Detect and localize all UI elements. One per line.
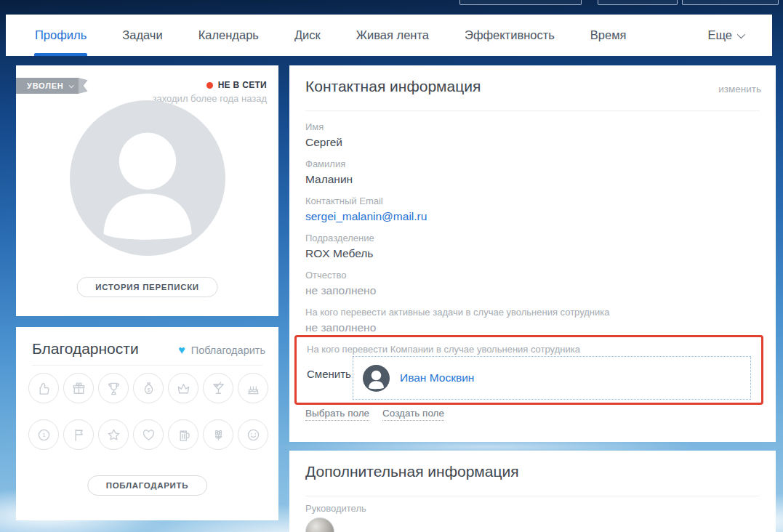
highlight-box-transfer-companies: На кого перевести Компании в случае увол… xyxy=(294,335,763,405)
person-silhouette-icon xyxy=(70,100,225,256)
field-first-name: Имя Сергей xyxy=(305,120,754,150)
field-label: Подразделение xyxy=(305,231,754,245)
gratitude-badge-row-2: 1 xyxy=(28,419,268,450)
presence-status: НЕ В СЕТИ xyxy=(206,80,267,90)
chat-history-button[interactable]: ИСТОРИЯ ПЕРЕПИСКИ xyxy=(76,277,218,297)
field-department: Подразделение ROX Мебель xyxy=(305,231,754,262)
contact-fields: Имя Сергей Фамилия Маланин Контактный Em… xyxy=(305,120,754,342)
profile-nav-bar: Профиль Задачи Календарь Диск Живая лент… xyxy=(6,15,772,56)
gratitude-card: Благодарности ♥ Поблагодарить $ 1 xyxy=(16,327,278,520)
header-cutoff-button-1[interactable] xyxy=(598,0,678,5)
additional-info-card: Дополнительная информация Руководитель xyxy=(289,451,776,532)
tab-feed[interactable]: Живая лента xyxy=(356,15,429,56)
edit-link[interactable]: изменить xyxy=(718,84,761,94)
money-bag-icon[interactable]: $ xyxy=(133,373,164,403)
tab-more[interactable]: Еще xyxy=(707,15,743,56)
offline-dot-icon xyxy=(206,82,213,89)
select-field-link[interactable]: Выбрать поле xyxy=(305,408,369,421)
contact-info-title: Контактная информация xyxy=(305,78,481,95)
divider xyxy=(305,110,760,111)
status-badge-label: УВОЛЕН xyxy=(27,81,64,90)
flag-icon[interactable] xyxy=(63,419,94,450)
divider xyxy=(32,365,262,366)
tab-tasks[interactable]: Задачи xyxy=(122,15,162,56)
field-middle-name: Отчество не заполнено xyxy=(305,268,754,299)
badge-ribbon-tail xyxy=(79,78,88,94)
svg-text:1: 1 xyxy=(42,432,45,438)
heart-icon: ♥ xyxy=(178,344,185,356)
field-last-name: Фамилия Маланин xyxy=(305,157,754,188)
star-icon[interactable] xyxy=(98,419,129,450)
thank-link-label: Поблагодарить xyxy=(191,344,265,356)
chevron-down-icon xyxy=(737,30,745,38)
field-label: На кого перевести Компании в случае увол… xyxy=(307,344,580,355)
last-seen-text: заходил более года назад xyxy=(153,93,267,104)
status-badge-fired[interactable]: УВОЛЕН xyxy=(16,78,79,94)
thumb-up-icon[interactable] xyxy=(28,373,59,403)
tab-calendar[interactable]: Календарь xyxy=(198,15,259,56)
contact-info-card: Контактная информация изменить Имя Серге… xyxy=(289,65,776,442)
cake-icon[interactable] xyxy=(238,373,268,403)
field-transfer-tasks: На кого перевести активные задачи в случ… xyxy=(305,305,754,336)
presence-label: НЕ В СЕТИ xyxy=(218,80,267,90)
beer-mug-icon[interactable] xyxy=(168,419,198,450)
profile-photo-card: УВОЛЕН НЕ В СЕТИ заходил более года наза… xyxy=(16,65,278,316)
field-value: ROX Мебель xyxy=(305,245,754,262)
medal-one-icon[interactable]: 1 xyxy=(28,419,59,450)
supervisor-label: Руководитель xyxy=(305,503,366,514)
tab-time[interactable]: Время xyxy=(590,15,627,56)
chevron-down-icon xyxy=(68,83,73,88)
tab-profile[interactable]: Профиль xyxy=(35,15,87,56)
user-avatar xyxy=(70,100,225,256)
field-label: Отчество xyxy=(305,268,754,282)
thank-link[interactable]: ♥ Поблагодарить xyxy=(178,344,265,356)
field-value: Сергей xyxy=(305,134,754,150)
user-select-field[interactable]: Иван Москвин xyxy=(353,356,751,400)
header-cutoff-button-2[interactable] xyxy=(682,0,779,5)
field-value: Маланин xyxy=(305,171,754,188)
field-email: Контактный Email sergei_malanin@mail.ru xyxy=(305,194,754,225)
tab-efficiency[interactable]: Эффективность xyxy=(465,15,555,56)
gratitude-badge-row-1: $ xyxy=(28,373,268,403)
tab-drive[interactable]: Диск xyxy=(294,15,321,56)
field-value-empty: не заполнено xyxy=(305,282,754,299)
user-chip-avatar xyxy=(363,365,390,392)
field-label: Фамилия xyxy=(305,157,754,171)
divider xyxy=(305,496,760,496)
additional-info-title: Дополнительная информация xyxy=(305,463,519,480)
field-label: Имя xyxy=(305,120,754,134)
field-label: На кого перевести активные задачи в случ… xyxy=(305,305,754,319)
supervisor-avatar xyxy=(305,517,334,532)
email-link[interactable]: sergei_malanin@mail.ru xyxy=(305,208,754,225)
smiley-icon[interactable] xyxy=(238,419,268,450)
person-silhouette-icon xyxy=(363,365,390,392)
field-label: Контактный Email xyxy=(305,194,754,208)
crown-icon[interactable] xyxy=(168,373,198,403)
cocktail-icon[interactable] xyxy=(203,373,233,403)
field-action-links: Выбрать поле Создать поле xyxy=(305,408,444,421)
header-cutoff-search-box[interactable] xyxy=(459,0,582,5)
tab-more-label: Еще xyxy=(707,28,732,42)
trophy-icon[interactable] xyxy=(98,373,129,403)
gratitude-title: Благодарности xyxy=(32,340,139,358)
flower-icon[interactable] xyxy=(203,419,233,450)
selected-user-link[interactable]: Иван Москвин xyxy=(400,371,474,384)
create-field-link[interactable]: Создать поле xyxy=(382,408,444,421)
heart-outline-icon[interactable] xyxy=(133,419,164,450)
field-value-empty: не заполнено xyxy=(305,319,754,336)
gift-icon[interactable] xyxy=(63,373,94,403)
thank-button[interactable]: ПОБЛАГОДАРИТЬ xyxy=(87,475,208,496)
change-user-link[interactable]: Сменить xyxy=(307,368,351,380)
svg-text:$: $ xyxy=(147,387,150,392)
